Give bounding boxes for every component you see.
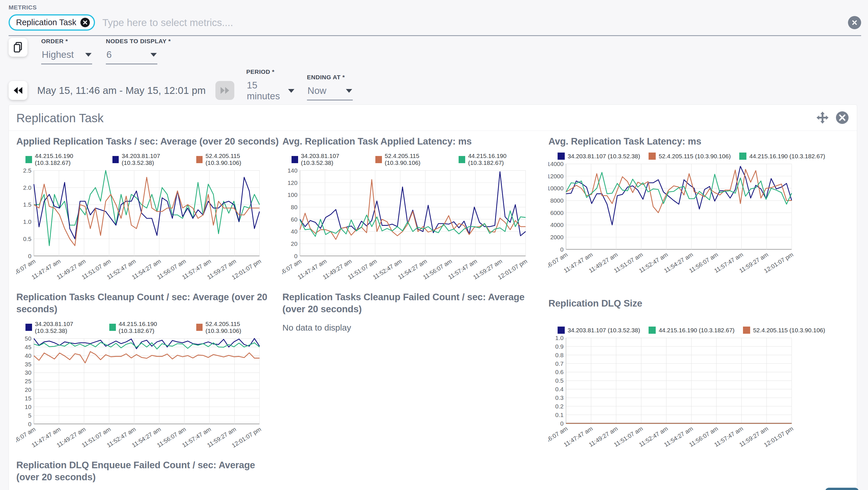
period-select[interactable]: 15 minutes xyxy=(246,77,295,106)
legend-item[interactable]: 44.215.16.190 (10.3.182.67) xyxy=(109,320,188,334)
legend-label: 52.4.205.115 (10.3.90.106) xyxy=(658,153,731,160)
svg-text:15: 15 xyxy=(25,395,31,402)
legend-item[interactable]: 34.203.81.107 (10.3.52.38) xyxy=(26,320,101,334)
legend-label: 52.4.205.115 (10.3.90.106) xyxy=(206,153,271,166)
legend-swatch-icon xyxy=(196,156,203,163)
legend-item[interactable]: 44.215.16.190 (10.3.182.67) xyxy=(739,153,825,160)
legend-label: 44.215.16.190 (10.3.182.67) xyxy=(658,327,734,334)
nodes-field: NODES TO DISPLAY * 6 xyxy=(106,38,171,64)
chart-title: Replication Tasks Cleanup Failed Count /… xyxy=(282,291,537,315)
copy-dashboard-button[interactable] xyxy=(8,38,28,57)
svg-text:0.4: 0.4 xyxy=(555,386,564,392)
ending-at-select[interactable]: Now xyxy=(307,83,353,100)
legend-label: 34.203.81.107 (10.3.52.38) xyxy=(122,153,187,166)
legend-item[interactable]: 52.4.205.115 (10.3.90.106) xyxy=(649,153,731,160)
legend-item[interactable]: 34.203.81.107 (10.3.52.38) xyxy=(113,153,188,166)
ending-at-field: ENDING AT * Now xyxy=(307,74,353,100)
legend-item[interactable]: 34.203.81.107 (10.3.52.38) xyxy=(558,327,640,334)
svg-text:0.5: 0.5 xyxy=(555,377,564,384)
clear-metrics-icon[interactable] xyxy=(848,16,861,29)
legend-swatch-icon xyxy=(558,153,565,160)
chart-plot[interactable]: 02040608010012014011:46:07 am11:47:47 am… xyxy=(282,168,537,291)
svg-text:50: 50 xyxy=(25,336,31,342)
svg-text:60: 60 xyxy=(291,216,298,223)
chart-applied-replication-tasks: Applied Replication Tasks / sec: Average… xyxy=(16,135,282,291)
chart-cleanup-count: Replication Tasks Cleanup Count / sec: A… xyxy=(16,291,282,459)
legend-item[interactable]: 52.4.205.115 (10.3.90.106) xyxy=(196,320,271,334)
svg-text:35: 35 xyxy=(25,361,31,367)
nodes-select[interactable]: 6 xyxy=(106,47,157,64)
chevron-down-icon xyxy=(288,89,294,93)
time-forward-button[interactable] xyxy=(215,81,234,100)
bottom-action-button[interactable] xyxy=(825,488,859,490)
metrics-label: METRICS xyxy=(8,4,861,11)
replication-task-panel: Replication Task Applied Replication Tas… xyxy=(8,104,857,490)
chart-title: Replication DLQ Size xyxy=(549,297,835,321)
legend-swatch-icon xyxy=(649,327,656,334)
svg-text:0: 0 xyxy=(560,420,564,427)
legend-item[interactable]: 52.4.205.115 (10.3.90.106) xyxy=(375,153,450,166)
move-panel-button[interactable] xyxy=(816,111,829,125)
legend-item[interactable]: 52.4.205.115 (10.3.90.106) xyxy=(743,327,825,334)
legend-label: 52.4.205.115 (10.3.90.106) xyxy=(385,153,450,166)
metrics-search-input[interactable] xyxy=(102,17,840,28)
chart-legend: 34.203.81.107 (10.3.52.38)52.4.205.115 (… xyxy=(282,147,537,168)
period-field: PERIOD * 15 minutes xyxy=(246,68,295,106)
chart-legend: 34.203.81.107 (10.3.52.38)52.4.205.115 (… xyxy=(549,147,835,161)
chart-plot[interactable]: 0510152025303540455011:46:07 am11:47:47 … xyxy=(16,336,271,459)
chart-legend: 34.203.81.107 (10.3.52.38)44.215.16.190 … xyxy=(16,315,271,336)
legend-label: 34.203.81.107 (10.3.52.38) xyxy=(568,153,640,160)
svg-text:80: 80 xyxy=(291,204,298,210)
chart-title: Replication Tasks Cleanup Count / sec: A… xyxy=(16,291,271,315)
svg-text:10000: 10000 xyxy=(549,185,564,192)
legend-label: 34.203.81.107 (10.3.52.38) xyxy=(568,327,640,334)
legend-label: 44.215.16.190 (10.3.182.67) xyxy=(35,153,104,166)
legend-swatch-icon xyxy=(196,324,203,331)
legend-label: 34.203.81.107 (10.3.52.38) xyxy=(301,153,367,166)
svg-text:40: 40 xyxy=(25,352,31,359)
chart-plot[interactable]: 00.10.20.30.40.50.60.70.80.91.011:46:07 … xyxy=(549,335,835,459)
time-back-button[interactable] xyxy=(8,81,28,100)
svg-text:10: 10 xyxy=(25,404,31,410)
chart-applied-latency: Avg. Replication Task Applied Latency: m… xyxy=(282,135,549,291)
svg-text:20: 20 xyxy=(25,387,31,393)
chart-task-latency: Avg. Replication Task Latency: ms 34.203… xyxy=(549,135,846,291)
chart-plot[interactable]: 00.51.01.52.02.511:46:07 am11:47:47 am11… xyxy=(16,168,271,291)
chart-dlq-size: Replication DLQ Size 34.203.81.107 (10.3… xyxy=(549,297,846,459)
chart-title: Replication DLQ Enqueue Failed Count / s… xyxy=(16,459,271,483)
legend-swatch-icon xyxy=(375,156,382,163)
order-field: ORDER * Highest xyxy=(41,38,92,64)
legend-item[interactable]: 44.215.16.190 (10.3.182.67) xyxy=(459,153,537,166)
legend-item[interactable]: 34.203.81.107 (10.3.52.38) xyxy=(558,153,640,160)
svg-text:0.6: 0.6 xyxy=(555,369,564,375)
charts-grid: Applied Replication Tasks / sec: Average… xyxy=(9,131,857,490)
svg-text:140: 140 xyxy=(287,168,298,174)
chart-legend: 34.203.81.107 (10.3.52.38)44.215.16.190 … xyxy=(549,321,835,335)
legend-swatch-icon xyxy=(459,156,465,163)
svg-text:0.5: 0.5 xyxy=(23,236,31,242)
svg-text:5: 5 xyxy=(28,412,31,419)
legend-item[interactable]: 44.215.16.190 (10.3.182.67) xyxy=(649,327,734,334)
legend-label: 34.203.81.107 (10.3.52.38) xyxy=(35,320,101,334)
svg-text:25: 25 xyxy=(25,378,31,385)
legend-item[interactable]: 52.4.205.115 (10.3.90.106) xyxy=(196,153,271,166)
legend-item[interactable]: 34.203.81.107 (10.3.52.38) xyxy=(291,153,367,166)
svg-text:30: 30 xyxy=(25,369,31,376)
svg-text:0.9: 0.9 xyxy=(555,343,564,350)
chip-remove-icon[interactable] xyxy=(81,18,90,27)
dashboard-controls: ORDER * Highest NODES TO DISPLAY * 6 May… xyxy=(8,38,353,106)
chart-legend: 44.215.16.190 (10.3.182.67)34.203.81.107… xyxy=(16,147,271,168)
order-select[interactable]: Highest xyxy=(41,47,92,64)
legend-swatch-icon xyxy=(649,153,656,160)
close-panel-button[interactable] xyxy=(836,111,849,125)
copy-icon xyxy=(13,41,23,53)
legend-label: 44.215.16.190 (10.3.182.67) xyxy=(119,320,188,334)
chart-cleanup-failed-count: Replication Tasks Cleanup Failed Count /… xyxy=(282,291,549,459)
legend-swatch-icon xyxy=(26,324,32,331)
metrics-bar: METRICS Replication Task xyxy=(8,4,861,36)
legend-swatch-icon xyxy=(291,156,298,163)
chart-plot[interactable]: 0200040006000800010000120001400011:46:07… xyxy=(549,161,835,284)
legend-item[interactable]: 44.215.16.190 (10.3.182.67) xyxy=(26,153,104,166)
chevron-down-icon xyxy=(85,53,92,57)
metric-chip-replication-task[interactable]: Replication Task xyxy=(8,14,95,31)
